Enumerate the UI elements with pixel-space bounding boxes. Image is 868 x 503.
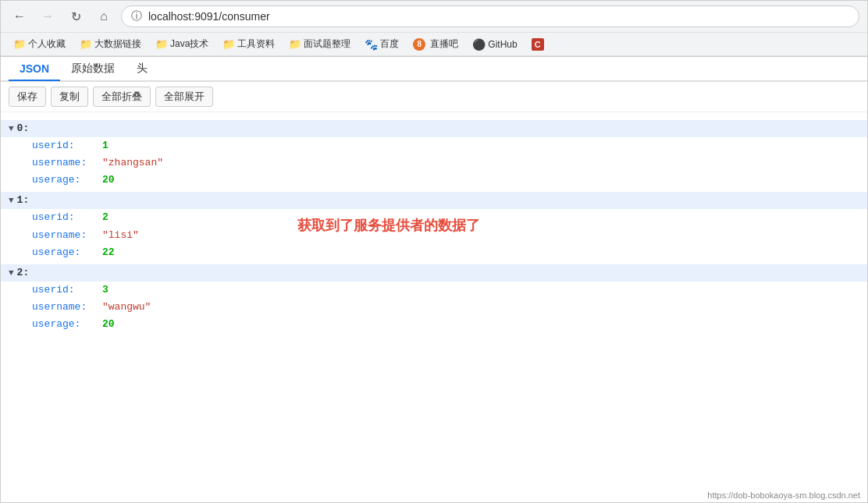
folder-icon: 📁 [80,38,92,50]
bookmark-baidu[interactable]: 🐾 百度 [360,36,404,52]
bookmark-github[interactable]: ⚫ GitHub [468,37,521,52]
tab-head[interactable]: 头 [126,57,158,82]
collapse-all-button[interactable]: 全部折叠 [93,87,151,107]
bookmark-csdn[interactable]: C [527,37,549,52]
copy-button[interactable]: 复制 [51,87,88,107]
json-tabs: JSON 原始数据 头 [1,57,867,82]
folder-icon: 📁 [155,38,168,50]
json-row-1-username: username: "lisi" [1,227,867,244]
json-index-2: 2: [17,264,30,282]
url-display: localhost:9091/consumer [148,10,270,23]
save-button[interactable]: 保存 [9,87,46,107]
json-key-0-userid: userid: [32,137,102,154]
json-key-0-userage: userage: [32,172,102,189]
json-content: ▼ 0: userid: 1 username: "zhangsan" user… [1,112,867,341]
bookmark-bigdata[interactable]: 📁 大数据链接 [75,36,146,52]
bookmark-tools[interactable]: 📁 工具资料 [218,36,279,52]
bookmark-interview-label: 面试题整理 [304,37,350,51]
browser-chrome: ← → ↻ ⌂ ⓘ localhost:9091/consumer 📁 个人收藏… [1,1,867,57]
json-item-0-header: ▼ 0: [1,120,867,137]
folder-icon: 📁 [289,38,301,50]
info-icon: ⓘ [131,9,142,23]
json-row-0-userage: userage: 20 [1,172,867,189]
json-viewer: JSON 原始数据 头 保存 复制 全部折叠 全部展开 ▼ 0: userid:… [1,57,867,490]
tab-json[interactable]: JSON [9,58,60,81]
json-item-1-header: ▼ 1: [1,192,867,209]
json-row-2-userage: userage: 20 [1,316,867,333]
github-icon: ⚫ [472,38,486,51]
nav-bar: ← → ↻ ⌂ ⓘ localhost:9091/consumer [1,1,867,32]
json-value-1-username: "lisi" [102,227,139,244]
bookmark-github-label: GitHub [488,39,517,50]
json-value-1-userage: 22 [102,244,115,261]
json-value-1-userid: 2 [102,209,108,226]
json-toolbar: 保存 复制 全部折叠 全部展开 [1,82,867,112]
json-key-0-username: username: [32,154,102,172]
json-row-0-userid: userid: 1 [1,137,867,154]
json-item-2-header: ▼ 2: [1,264,867,282]
tab-raw[interactable]: 原始数据 [60,57,126,82]
json-row-0-username: username: "zhangsan" [1,154,867,172]
bookmark-java[interactable]: 📁 Java技术 [151,36,213,52]
footer-url: https://dob-bobokaoya-sm.blog.csdn.net [707,491,860,500]
live-icon: 8 [413,38,425,51]
bookmarks-bar: 📁 个人收藏 📁 大数据链接 📁 Java技术 📁 工具资料 📁 面试题整理 🐾… [1,32,867,56]
bookmark-personal-label: 个人收藏 [28,37,66,51]
bookmark-live[interactable]: 8 直播吧 [408,36,463,52]
json-index-0: 0: [17,120,30,137]
refresh-button[interactable]: ↻ [65,5,87,27]
expand-all-button[interactable]: 全部展开 [155,87,213,107]
folder-icon: 📁 [13,38,26,50]
json-row-1-userage: userage: 22 [1,244,867,261]
json-row-2-userid: userid: 3 [1,282,867,299]
csdn-icon: C [532,38,544,51]
json-key-1-userage: userage: [32,244,102,261]
json-value-0-username: "zhangsan" [102,154,163,172]
expand-icon-1[interactable]: ▼ [9,193,14,208]
expand-icon-0[interactable]: ▼ [9,122,14,136]
bookmark-personal[interactable]: 📁 个人收藏 [9,36,70,52]
bookmark-bigdata-label: 大数据链接 [94,37,141,51]
bookmark-tools-label: 工具资料 [237,37,275,51]
forward-button[interactable]: → [37,5,59,27]
bookmark-interview[interactable]: 📁 面试题整理 [284,36,355,52]
bookmark-java-label: Java技术 [170,37,208,51]
bookmark-baidu-label: 百度 [380,37,399,51]
json-value-0-userid: 1 [102,137,108,154]
json-value-0-userage: 20 [102,172,115,189]
baidu-icon: 🐾 [365,38,378,51]
json-row-2-username: username: "wangwu" [1,299,867,316]
json-key-1-userid: userid: [32,209,102,226]
home-button[interactable]: ⌂ [93,5,115,27]
json-key-2-username: username: [32,299,102,316]
back-button[interactable]: ← [9,5,30,27]
json-key-2-userage: userage: [32,316,102,333]
json-value-2-userid: 3 [102,282,108,299]
expand-icon-2[interactable]: ▼ [9,266,14,281]
json-value-2-username: "wangwu" [102,299,151,316]
folder-icon: 📁 [222,38,235,50]
json-value-2-userage: 20 [102,316,115,333]
json-key-2-userid: userid: [32,282,102,299]
address-bar[interactable]: ⓘ localhost:9091/consumer [121,5,859,27]
json-row-1-userid: userid: 2 [1,209,867,226]
json-index-1: 1: [17,192,30,209]
json-key-1-username: username: [32,227,102,244]
bookmark-live-label: 直播吧 [430,37,458,51]
